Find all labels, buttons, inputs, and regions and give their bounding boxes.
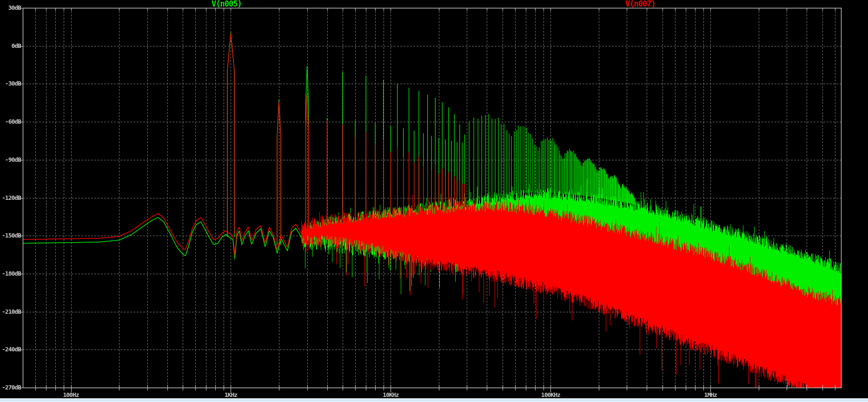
y-axis-label: -30dB [0, 80, 21, 87]
y-axis-label: -120dB [0, 194, 21, 201]
y-axis-label: -60dB [0, 118, 21, 125]
x-axis-label: 100KHz [530, 391, 571, 398]
y-axis-label: -180dB [0, 270, 21, 277]
x-axis-label: 10KHz [370, 391, 411, 398]
x-axis-label: 1MHz [689, 391, 731, 398]
waveform-viewer-window: V(n005) V(n007) 30dB0dB-30dB-60dB-90dB-1… [0, 0, 868, 402]
y-axis-label: -240dB [0, 346, 21, 353]
y-axis-label: -270dB [0, 384, 21, 391]
y-axis-label: -90dB [0, 156, 21, 163]
y-axis-label: 30dB [0, 4, 21, 11]
x-axis-label: 1KHz [210, 391, 252, 398]
legend-label-vn007[interactable]: V(n007) [625, 0, 656, 7]
fft-plot-canvas [0, 0, 868, 399]
x-axis-label: 100Hz [50, 391, 92, 398]
y-axis-label: -210dB [0, 308, 21, 315]
legend-label-vn005[interactable]: V(n005) [212, 0, 242, 7]
y-axis-label: 0dB [0, 42, 21, 49]
y-axis-label: -150dB [0, 232, 21, 239]
